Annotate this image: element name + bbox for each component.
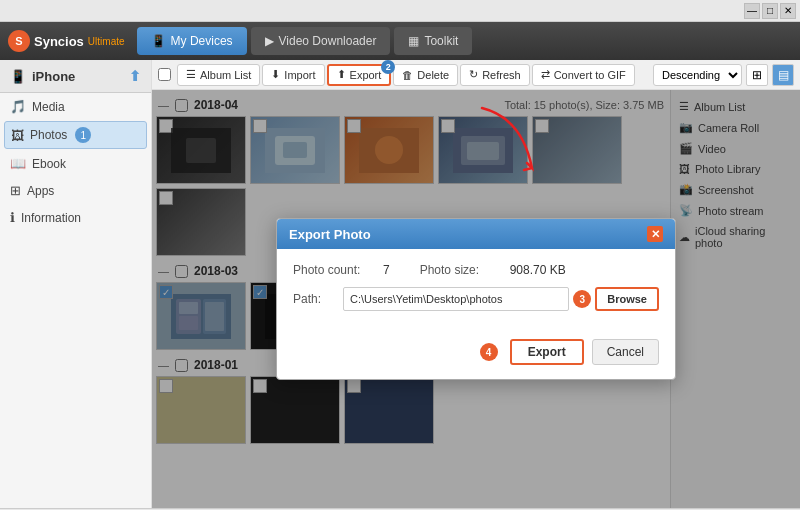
grid-view-button[interactable]: ⊞ <box>746 64 768 86</box>
tab-video-downloader-label: Video Downloader <box>279 34 377 48</box>
upload-icon: ⬆ <box>129 68 141 84</box>
select-all-checkbox[interactable] <box>158 68 171 81</box>
modal-title: Export Photo <box>289 227 371 242</box>
refresh-label: Refresh <box>482 69 521 81</box>
tab-video-downloader[interactable]: ▶ Video Downloader <box>251 27 391 55</box>
import-label: Import <box>284 69 315 81</box>
export-icon: ⬆ <box>337 68 346 81</box>
sidebar-item-photos[interactable]: 🖼 Photos 1 <box>4 121 147 149</box>
export-label: Export <box>350 69 382 81</box>
app-edition: Ultimate <box>88 36 125 47</box>
album-list-icon: ☰ <box>186 68 196 81</box>
modal-overlay: Export Photo ✕ Photo count: 7 Photo size… <box>152 90 800 508</box>
sidebar-item-media[interactable]: 🎵 Media <box>0 93 151 120</box>
tab-my-devices[interactable]: 📱 My Devices <box>137 27 247 55</box>
photos-icon: 🖼 <box>11 128 24 143</box>
sidebar-item-apps[interactable]: ⊞ Apps <box>0 177 151 204</box>
cancel-button[interactable]: Cancel <box>592 339 659 365</box>
device-name: iPhone <box>32 69 75 84</box>
import-button[interactable]: ⬇ Import <box>262 64 324 86</box>
export-confirm-button[interactable]: Export <box>510 339 584 365</box>
sidebar: 📱 iPhone ⬆ 🎵 Media 🖼 Photos 1 📖 Ebook ⊞ … <box>0 60 152 508</box>
photo-size-label: Photo size: <box>420 263 510 277</box>
export-button[interactable]: ⬆ Export 2 <box>327 64 392 86</box>
modal-path-row: Path: 3 Browse <box>293 287 659 311</box>
top-nav: S Syncios Ultimate 📱 My Devices ▶ Video … <box>0 22 800 60</box>
sidebar-media-label: Media <box>32 100 65 114</box>
logo-area: S Syncios Ultimate <box>8 30 125 52</box>
app-name: Syncios <box>34 34 84 49</box>
delete-label: Delete <box>417 69 449 81</box>
sidebar-item-information[interactable]: ℹ Information <box>0 204 151 231</box>
list-view-button[interactable]: ▤ <box>772 64 794 86</box>
convert-gif-label: Convert to GIF <box>554 69 626 81</box>
modal-header: Export Photo ✕ <box>277 219 675 249</box>
grid-icon: ▦ <box>408 34 419 48</box>
ebook-icon: 📖 <box>10 156 26 171</box>
close-button[interactable]: ✕ <box>780 3 796 19</box>
sort-select[interactable]: Descending Ascending <box>653 64 742 86</box>
delete-icon: 🗑 <box>402 69 413 81</box>
path-label: Path: <box>293 292 343 306</box>
sidebar-item-ebook[interactable]: 📖 Ebook <box>0 150 151 177</box>
import-icon: ⬇ <box>271 68 280 81</box>
photos-badge: 1 <box>75 127 91 143</box>
logo-icon: S <box>8 30 30 52</box>
main-layout: 📱 iPhone ⬆ 🎵 Media 🖼 Photos 1 📖 Ebook ⊞ … <box>0 60 800 508</box>
refresh-icon: ↻ <box>469 68 478 81</box>
phone-icon: 📱 <box>151 34 166 48</box>
path-badge: 3 <box>573 290 591 308</box>
modal-close-button[interactable]: ✕ <box>647 226 663 242</box>
modal-body: Photo count: 7 Photo size: 908.70 KB Pat… <box>277 249 675 339</box>
path-input[interactable] <box>343 287 569 311</box>
sidebar-photos-label: Photos <box>30 128 67 142</box>
info-icon: ℹ <box>10 210 15 225</box>
export-badge: 2 <box>381 60 395 74</box>
modal-info-row: Photo count: 7 Photo size: 908.70 KB <box>293 263 659 277</box>
photo-count-value: 7 <box>383 263 390 277</box>
sidebar-info-label: Information <box>21 211 81 225</box>
device-icon: 📱 <box>10 69 26 84</box>
title-bar: — □ ✕ <box>0 0 800 22</box>
nav-tabs: 📱 My Devices ▶ Video Downloader ▦ Toolki… <box>137 27 473 55</box>
content-area: ☰ Album List ⬇ Import ⬆ Export 2 🗑 Delet… <box>152 60 800 508</box>
tab-toolkit-label: Toolkit <box>424 34 458 48</box>
export-badge: 4 <box>480 343 498 361</box>
sidebar-ebook-label: Ebook <box>32 157 66 171</box>
photo-size-value: 908.70 KB <box>510 263 566 277</box>
export-photo-modal: Export Photo ✕ Photo count: 7 Photo size… <box>276 218 676 380</box>
apps-icon: ⊞ <box>10 183 21 198</box>
toolbar-right: Descending Ascending ⊞ ▤ <box>653 64 794 86</box>
media-icon: 🎵 <box>10 99 26 114</box>
convert-icon: ⇄ <box>541 68 550 81</box>
toolbar: ☰ Album List ⬇ Import ⬆ Export 2 🗑 Delet… <box>152 60 800 90</box>
convert-gif-button[interactable]: ⇄ Convert to GIF <box>532 64 635 86</box>
modal-footer: 4 Export Cancel <box>277 339 675 379</box>
sidebar-apps-label: Apps <box>27 184 54 198</box>
tab-toolkit[interactable]: ▦ Toolkit <box>394 27 472 55</box>
tab-my-devices-label: My Devices <box>171 34 233 48</box>
sidebar-device: 📱 iPhone ⬆ <box>0 60 151 93</box>
browse-button[interactable]: Browse <box>595 287 659 311</box>
maximize-button[interactable]: □ <box>762 3 778 19</box>
album-list-label: Album List <box>200 69 251 81</box>
delete-button[interactable]: 🗑 Delete <box>393 64 458 86</box>
refresh-button[interactable]: ↻ Refresh <box>460 64 530 86</box>
play-icon: ▶ <box>265 34 274 48</box>
photo-count-label: Photo count: <box>293 263 383 277</box>
album-list-button[interactable]: ☰ Album List <box>177 64 260 86</box>
minimize-button[interactable]: — <box>744 3 760 19</box>
